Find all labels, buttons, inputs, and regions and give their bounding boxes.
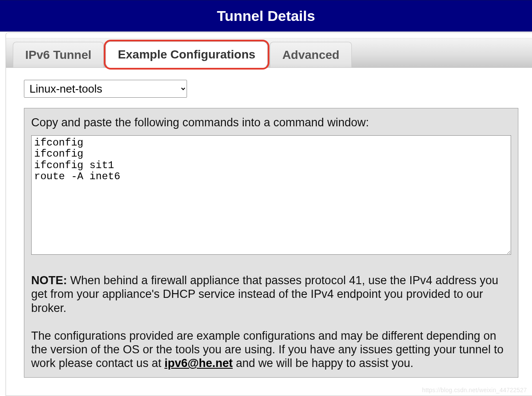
tab-label: Advanced xyxy=(282,48,339,62)
note-block: NOTE: When behind a firewall appliance t… xyxy=(31,274,511,370)
copy-paste-instruction: Copy and paste the following commands in… xyxy=(31,116,511,129)
tab-advanced[interactable]: Advanced xyxy=(270,42,352,67)
os-select[interactable]: Linux-net-tools xyxy=(24,80,187,98)
note-body-2b: and we will be happy to assist you. xyxy=(233,357,413,370)
page-title: Tunnel Details xyxy=(217,8,315,24)
contact-email-link[interactable]: ipv6@he.net xyxy=(164,357,233,370)
tab-label: Example Configurations xyxy=(118,48,255,61)
tab-example-configurations[interactable]: Example Configurations xyxy=(105,41,268,68)
watermark: https://blog.csdn.net/weixin_44722527 xyxy=(422,387,527,393)
config-box: Copy and paste the following commands in… xyxy=(24,108,518,378)
tab-body-example-configurations: Linux-net-tools Copy and paste the follo… xyxy=(6,68,532,378)
tab-label: IPv6 Tunnel xyxy=(25,48,91,62)
tab-ipv6-tunnel[interactable]: IPv6 Tunnel xyxy=(13,42,104,67)
page-title-bar: Tunnel Details xyxy=(0,0,532,32)
tunnel-details-panel: IPv6 Tunnel Example Configurations Advan… xyxy=(6,32,532,396)
note-label: NOTE: xyxy=(31,274,67,287)
note-body-1: When behind a firewall appliance that pa… xyxy=(31,274,498,314)
tab-bar: IPv6 Tunnel Example Configurations Advan… xyxy=(6,38,532,68)
commands-textarea[interactable] xyxy=(31,135,511,255)
